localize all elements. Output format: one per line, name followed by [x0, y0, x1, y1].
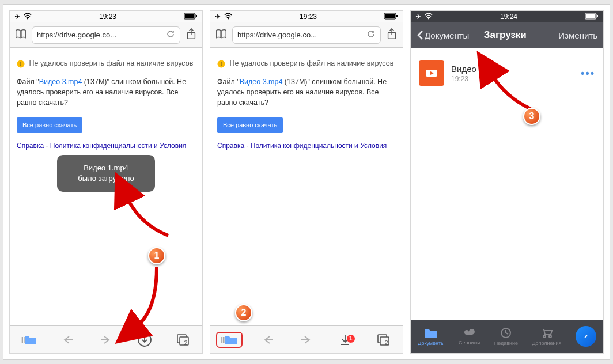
statusbar: ✈ 19:23	[10, 11, 202, 22]
folder-button[interactable]: |||	[16, 334, 42, 346]
warning-title: ! Не удалось проверить файл на наличие в…	[217, 58, 396, 69]
reload-icon[interactable]	[366, 29, 376, 40]
tab-services[interactable]: Сервисы	[459, 328, 480, 346]
warning-body: Файл "Видео 3.mp4 (137M)" слишком большо…	[17, 77, 195, 108]
statusbar: ✈ 19:24	[411, 11, 603, 22]
book-icon[interactable]	[14, 28, 27, 43]
tab-recent[interactable]: Недавние	[494, 327, 518, 346]
downloads-button[interactable]: 1	[332, 333, 358, 346]
footer-links: Справка - Политика конфиденциальности и …	[17, 141, 195, 151]
footer-links: Справка - Политика конфиденциальности и …	[217, 141, 396, 151]
battery-icon	[384, 13, 398, 21]
wifi-icon	[24, 13, 32, 21]
statusbar: ✈ 19:23	[210, 11, 403, 22]
step-badge-2: 2	[235, 304, 252, 321]
wifi-icon	[425, 13, 433, 21]
file-link[interactable]: Видео 3.mp4	[240, 78, 283, 86]
svg-point-26	[549, 335, 551, 338]
url-input[interactable]: https://drive.google.co...	[32, 26, 180, 44]
back-button[interactable]	[255, 335, 281, 345]
step-badge-1: 1	[148, 247, 165, 264]
help-link[interactable]: Справка	[17, 142, 44, 150]
arrow-to-toast	[122, 192, 174, 241]
back-button[interactable]	[54, 335, 81, 345]
warning-body: Файл "Видео 3.mp4 (137M)" слишком большо…	[217, 77, 396, 108]
privacy-link[interactable]: Политика конфиденциальности и Условия	[251, 142, 387, 150]
battery-icon	[184, 13, 198, 21]
download-anyway-button[interactable]: Все равно скачать	[17, 117, 82, 134]
privacy-link[interactable]: Политика конфиденциальности и Условия	[50, 142, 187, 150]
airplane-icon: ✈	[215, 13, 221, 21]
page-content: ! Не удалось проверить файл на наличие в…	[210, 48, 403, 151]
tab-browser[interactable]	[576, 326, 596, 347]
screen-3: ✈ 19:24 Документы Загрузки Изменить	[410, 10, 604, 354]
browser-bottombar: ||| 2	[10, 325, 202, 353]
warning-title: ! Не удалось проверить файл на наличие в…	[17, 58, 195, 69]
url-input[interactable]: https://drive.google.co...	[232, 26, 381, 44]
browser-toolbar: https://drive.google.co...	[210, 22, 403, 48]
more-button[interactable]: •••	[581, 67, 595, 79]
compass-icon	[576, 326, 596, 347]
share-icon[interactable]	[385, 28, 398, 43]
svg-point-10	[228, 18, 229, 19]
status-time: 19:23	[99, 13, 116, 21]
airplane-icon: ✈	[415, 13, 421, 21]
svg-rect-13	[396, 15, 398, 17]
file-app-header: Документы Загрузки Изменить	[411, 22, 603, 48]
video-thumbnail-icon	[419, 60, 444, 86]
arrow-to-download	[125, 264, 165, 336]
status-time: 19:23	[300, 13, 317, 21]
svg-rect-2	[185, 14, 195, 18]
forward-button[interactable]	[93, 335, 119, 345]
tab-addons[interactable]: Дополнения	[532, 327, 561, 346]
svg-text:!: !	[221, 61, 222, 67]
warning-icon: !	[17, 60, 25, 68]
file-app-bottombar: Документы Сервисы Недавние Дополнения	[411, 320, 603, 353]
status-time: 19:24	[500, 13, 517, 21]
book-icon[interactable]	[215, 28, 228, 43]
page-content: ! Не удалось проверить файл на наличие в…	[10, 48, 202, 151]
share-icon[interactable]	[185, 28, 198, 43]
browser-bottombar: ||| 1 2	[210, 325, 403, 353]
wifi-icon	[224, 13, 232, 21]
svg-rect-21	[586, 14, 596, 18]
download-badge: 1	[347, 335, 355, 343]
tabs-button[interactable]: 2	[170, 333, 196, 346]
forward-button[interactable]	[293, 335, 320, 345]
svg-rect-12	[385, 14, 395, 18]
reload-icon[interactable]	[166, 29, 175, 40]
svg-point-19	[428, 18, 429, 19]
download-anyway-button[interactable]: Все равно скачать	[217, 117, 283, 134]
file-link[interactable]: Видео 3.mp4	[39, 78, 82, 86]
tab-documents[interactable]: Документы	[418, 327, 444, 346]
svg-rect-22	[597, 15, 598, 17]
svg-point-25	[543, 335, 546, 338]
svg-rect-3	[196, 15, 197, 17]
browser-toolbar: https://drive.google.co...	[10, 22, 202, 48]
edit-button[interactable]: Изменить	[558, 31, 597, 40]
battery-icon	[585, 13, 599, 21]
step-badge-3: 3	[523, 108, 540, 125]
tabs-button[interactable]: 2	[370, 333, 397, 346]
svg-point-0	[27, 18, 28, 19]
svg-text:!: !	[20, 61, 22, 67]
screen-2: ✈ 19:23 https://drive.google.co...	[210, 10, 403, 354]
help-link[interactable]: Справка	[217, 142, 244, 150]
airplane-icon: ✈	[14, 13, 20, 21]
download-toast: Видео 1.mp4 было загружено	[57, 155, 155, 192]
screen-1: ✈ 19:23 https://drive.google.co...	[9, 10, 203, 354]
warning-icon: !	[217, 60, 225, 68]
page-title: Загрузки	[452, 29, 558, 41]
folder-button[interactable]: |||	[216, 332, 243, 348]
